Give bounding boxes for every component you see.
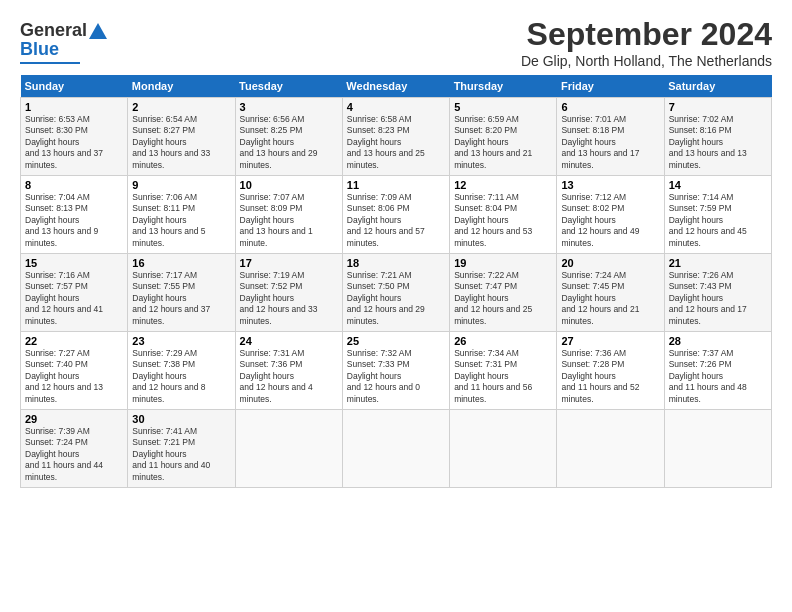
logo-blue: Blue: [20, 39, 59, 60]
day-info: Sunrise: 7:32 AMSunset: 7:33 PMDaylight …: [347, 348, 445, 405]
weekday-header-thursday: Thursday: [450, 75, 557, 98]
calendar-cell: 10Sunrise: 7:07 AMSunset: 8:09 PMDayligh…: [235, 176, 342, 254]
calendar-cell: 19Sunrise: 7:22 AMSunset: 7:47 PMDayligh…: [450, 254, 557, 332]
calendar-cell: 1Sunrise: 6:53 AMSunset: 8:30 PMDaylight…: [21, 98, 128, 176]
calendar-cell: [342, 410, 449, 488]
day-info: Sunrise: 7:26 AMSunset: 7:43 PMDaylight …: [669, 270, 767, 327]
day-info: Sunrise: 7:12 AMSunset: 8:02 PMDaylight …: [561, 192, 659, 249]
day-info: Sunrise: 7:16 AMSunset: 7:57 PMDaylight …: [25, 270, 123, 327]
calendar-cell: [235, 410, 342, 488]
day-info: Sunrise: 7:39 AMSunset: 7:24 PMDaylight …: [25, 426, 123, 483]
day-info: Sunrise: 6:54 AMSunset: 8:27 PMDaylight …: [132, 114, 230, 171]
day-number: 16: [132, 257, 230, 269]
calendar-cell: 22Sunrise: 7:27 AMSunset: 7:40 PMDayligh…: [21, 332, 128, 410]
calendar-week-5: 29Sunrise: 7:39 AMSunset: 7:24 PMDayligh…: [21, 410, 772, 488]
day-number: 30: [132, 413, 230, 425]
calendar-cell: [557, 410, 664, 488]
day-number: 28: [669, 335, 767, 347]
weekday-header-friday: Friday: [557, 75, 664, 98]
calendar-cell: 5Sunrise: 6:59 AMSunset: 8:20 PMDaylight…: [450, 98, 557, 176]
calendar-cell: 16Sunrise: 7:17 AMSunset: 7:55 PMDayligh…: [128, 254, 235, 332]
day-info: Sunrise: 6:56 AMSunset: 8:25 PMDaylight …: [240, 114, 338, 171]
calendar-cell: [664, 410, 771, 488]
logo-line: [20, 62, 80, 64]
day-info: Sunrise: 7:02 AMSunset: 8:16 PMDaylight …: [669, 114, 767, 171]
day-info: Sunrise: 7:17 AMSunset: 7:55 PMDaylight …: [132, 270, 230, 327]
calendar-cell: 30Sunrise: 7:41 AMSunset: 7:21 PMDayligh…: [128, 410, 235, 488]
day-number: 27: [561, 335, 659, 347]
day-info: Sunrise: 7:34 AMSunset: 7:31 PMDaylight …: [454, 348, 552, 405]
calendar-week-3: 15Sunrise: 7:16 AMSunset: 7:57 PMDayligh…: [21, 254, 772, 332]
logo-general: General: [20, 20, 87, 41]
calendar-cell: 17Sunrise: 7:19 AMSunset: 7:52 PMDayligh…: [235, 254, 342, 332]
day-number: 8: [25, 179, 123, 191]
calendar-cell: [450, 410, 557, 488]
day-info: Sunrise: 7:09 AMSunset: 8:06 PMDaylight …: [347, 192, 445, 249]
calendar-cell: 23Sunrise: 7:29 AMSunset: 7:38 PMDayligh…: [128, 332, 235, 410]
location-title: De Glip, North Holland, The Netherlands: [521, 53, 772, 69]
day-info: Sunrise: 7:27 AMSunset: 7:40 PMDaylight …: [25, 348, 123, 405]
calendar-cell: 20Sunrise: 7:24 AMSunset: 7:45 PMDayligh…: [557, 254, 664, 332]
header: General Blue September 2024 De Glip, Nor…: [20, 16, 772, 69]
day-number: 2: [132, 101, 230, 113]
calendar-cell: 13Sunrise: 7:12 AMSunset: 8:02 PMDayligh…: [557, 176, 664, 254]
logo: General Blue: [20, 20, 107, 64]
calendar-week-1: 1Sunrise: 6:53 AMSunset: 8:30 PMDaylight…: [21, 98, 772, 176]
day-number: 11: [347, 179, 445, 191]
day-number: 9: [132, 179, 230, 191]
title-block: September 2024 De Glip, North Holland, T…: [521, 16, 772, 69]
day-info: Sunrise: 7:07 AMSunset: 8:09 PMDaylight …: [240, 192, 338, 249]
day-number: 6: [561, 101, 659, 113]
day-number: 5: [454, 101, 552, 113]
day-number: 23: [132, 335, 230, 347]
weekday-header-saturday: Saturday: [664, 75, 771, 98]
page: General Blue September 2024 De Glip, Nor…: [0, 0, 792, 498]
calendar-cell: 7Sunrise: 7:02 AMSunset: 8:16 PMDaylight…: [664, 98, 771, 176]
calendar-cell: 4Sunrise: 6:58 AMSunset: 8:23 PMDaylight…: [342, 98, 449, 176]
calendar-cell: 26Sunrise: 7:34 AMSunset: 7:31 PMDayligh…: [450, 332, 557, 410]
day-number: 1: [25, 101, 123, 113]
day-info: Sunrise: 7:22 AMSunset: 7:47 PMDaylight …: [454, 270, 552, 327]
day-number: 20: [561, 257, 659, 269]
day-info: Sunrise: 7:11 AMSunset: 8:04 PMDaylight …: [454, 192, 552, 249]
day-info: Sunrise: 7:19 AMSunset: 7:52 PMDaylight …: [240, 270, 338, 327]
calendar-cell: 8Sunrise: 7:04 AMSunset: 8:13 PMDaylight…: [21, 176, 128, 254]
day-info: Sunrise: 6:59 AMSunset: 8:20 PMDaylight …: [454, 114, 552, 171]
day-number: 14: [669, 179, 767, 191]
day-number: 22: [25, 335, 123, 347]
day-info: Sunrise: 6:58 AMSunset: 8:23 PMDaylight …: [347, 114, 445, 171]
day-info: Sunrise: 7:41 AMSunset: 7:21 PMDaylight …: [132, 426, 230, 483]
day-number: 12: [454, 179, 552, 191]
weekday-header-sunday: Sunday: [21, 75, 128, 98]
day-info: Sunrise: 7:06 AMSunset: 8:11 PMDaylight …: [132, 192, 230, 249]
calendar-cell: 18Sunrise: 7:21 AMSunset: 7:50 PMDayligh…: [342, 254, 449, 332]
weekday-header-wednesday: Wednesday: [342, 75, 449, 98]
day-number: 3: [240, 101, 338, 113]
calendar-cell: 14Sunrise: 7:14 AMSunset: 7:59 PMDayligh…: [664, 176, 771, 254]
day-number: 15: [25, 257, 123, 269]
month-title: September 2024: [521, 16, 772, 53]
calendar-cell: 2Sunrise: 6:54 AMSunset: 8:27 PMDaylight…: [128, 98, 235, 176]
weekday-header-tuesday: Tuesday: [235, 75, 342, 98]
day-number: 25: [347, 335, 445, 347]
day-number: 26: [454, 335, 552, 347]
calendar-cell: 3Sunrise: 6:56 AMSunset: 8:25 PMDaylight…: [235, 98, 342, 176]
day-number: 10: [240, 179, 338, 191]
calendar-cell: 12Sunrise: 7:11 AMSunset: 8:04 PMDayligh…: [450, 176, 557, 254]
logo-icon: [89, 22, 107, 40]
calendar-week-4: 22Sunrise: 7:27 AMSunset: 7:40 PMDayligh…: [21, 332, 772, 410]
calendar-cell: 25Sunrise: 7:32 AMSunset: 7:33 PMDayligh…: [342, 332, 449, 410]
calendar-cell: 15Sunrise: 7:16 AMSunset: 7:57 PMDayligh…: [21, 254, 128, 332]
day-number: 4: [347, 101, 445, 113]
day-info: Sunrise: 7:14 AMSunset: 7:59 PMDaylight …: [669, 192, 767, 249]
day-info: Sunrise: 7:37 AMSunset: 7:26 PMDaylight …: [669, 348, 767, 405]
day-info: Sunrise: 7:29 AMSunset: 7:38 PMDaylight …: [132, 348, 230, 405]
day-info: Sunrise: 6:53 AMSunset: 8:30 PMDaylight …: [25, 114, 123, 171]
day-info: Sunrise: 7:01 AMSunset: 8:18 PMDaylight …: [561, 114, 659, 171]
calendar-cell: 6Sunrise: 7:01 AMSunset: 8:18 PMDaylight…: [557, 98, 664, 176]
calendar-week-2: 8Sunrise: 7:04 AMSunset: 8:13 PMDaylight…: [21, 176, 772, 254]
day-number: 21: [669, 257, 767, 269]
calendar-cell: 27Sunrise: 7:36 AMSunset: 7:28 PMDayligh…: [557, 332, 664, 410]
day-info: Sunrise: 7:24 AMSunset: 7:45 PMDaylight …: [561, 270, 659, 327]
day-info: Sunrise: 7:21 AMSunset: 7:50 PMDaylight …: [347, 270, 445, 327]
